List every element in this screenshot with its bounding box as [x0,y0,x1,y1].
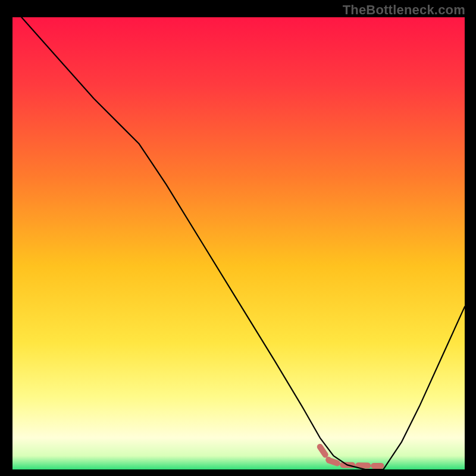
watermark-text: TheBottleneck.com [343,2,465,18]
plot-frame [12,17,465,469]
chart-container: TheBottleneck.com [0,0,476,476]
gradient-background [12,17,465,469]
chart-svg [12,17,465,469]
